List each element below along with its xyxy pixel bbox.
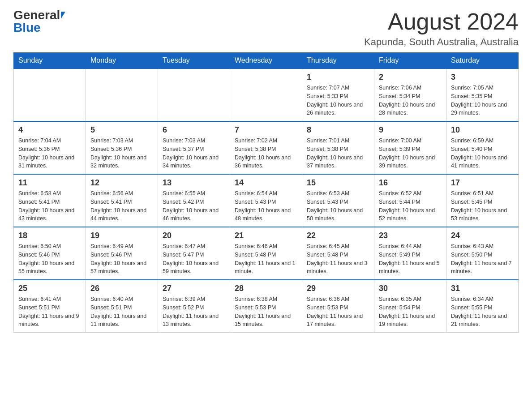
day-number: 4 (18, 125, 81, 135)
day-info: Sunrise: 6:41 AM Sunset: 5:51 PM Dayligh… (18, 295, 81, 329)
day-number: 1 (307, 73, 369, 82)
calendar-cell: 13Sunrise: 6:55 AM Sunset: 5:42 PM Dayli… (158, 174, 230, 227)
day-number: 17 (451, 178, 514, 188)
day-number: 26 (90, 284, 153, 293)
day-number: 18 (18, 231, 81, 240)
day-info: Sunrise: 6:55 AM Sunset: 5:42 PM Dayligh… (163, 189, 225, 223)
calendar-cell (158, 68, 230, 121)
calendar-day-header: Thursday (302, 53, 374, 69)
day-info: Sunrise: 7:02 AM Sunset: 5:38 PM Dayligh… (235, 137, 297, 170)
day-info: Sunrise: 6:39 AM Sunset: 5:52 PM Dayligh… (163, 295, 225, 329)
day-info: Sunrise: 7:03 AM Sunset: 5:36 PM Dayligh… (90, 137, 153, 170)
day-info: Sunrise: 6:54 AM Sunset: 5:43 PM Dayligh… (235, 189, 297, 223)
calendar-cell (86, 68, 158, 121)
calendar-day-header: Sunday (14, 53, 86, 69)
day-number: 27 (163, 284, 225, 293)
day-info: Sunrise: 6:35 AM Sunset: 5:54 PM Dayligh… (379, 295, 442, 329)
page-header: General Blue August 2024 Kapunda, South … (13, 9, 519, 48)
day-info: Sunrise: 6:40 AM Sunset: 5:51 PM Dayligh… (90, 295, 153, 329)
calendar-week-row: 1Sunrise: 7:07 AM Sunset: 5:33 PM Daylig… (14, 68, 519, 121)
logo-general-text: General (13, 9, 60, 21)
title-section: August 2024 Kapunda, South Australia, Au… (364, 9, 519, 48)
day-info: Sunrise: 6:58 AM Sunset: 5:41 PM Dayligh… (18, 189, 81, 223)
calendar-cell: 4Sunrise: 7:04 AM Sunset: 5:36 PM Daylig… (14, 121, 86, 174)
calendar-header-row: SundayMondayTuesdayWednesdayThursdayFrid… (14, 53, 519, 69)
day-info: Sunrise: 7:00 AM Sunset: 5:39 PM Dayligh… (379, 137, 442, 170)
calendar-cell: 9Sunrise: 7:00 AM Sunset: 5:39 PM Daylig… (374, 121, 446, 174)
calendar-cell: 29Sunrise: 6:36 AM Sunset: 5:53 PM Dayli… (302, 280, 374, 333)
day-info: Sunrise: 6:49 AM Sunset: 5:46 PM Dayligh… (90, 242, 153, 276)
day-number: 3 (451, 73, 514, 82)
day-number: 28 (235, 284, 297, 293)
calendar-cell: 28Sunrise: 6:38 AM Sunset: 5:53 PM Dayli… (230, 280, 302, 333)
day-info: Sunrise: 6:56 AM Sunset: 5:41 PM Dayligh… (90, 189, 153, 223)
day-info: Sunrise: 6:59 AM Sunset: 5:40 PM Dayligh… (451, 137, 514, 170)
calendar-cell: 24Sunrise: 6:43 AM Sunset: 5:50 PM Dayli… (446, 227, 519, 280)
day-info: Sunrise: 6:38 AM Sunset: 5:53 PM Dayligh… (235, 295, 297, 329)
day-number: 31 (451, 284, 514, 293)
calendar-cell (14, 68, 86, 121)
month-title: August 2024 (364, 9, 519, 34)
day-number: 30 (379, 284, 442, 293)
day-number: 5 (90, 125, 153, 135)
calendar-cell: 16Sunrise: 6:52 AM Sunset: 5:44 PM Dayli… (374, 174, 446, 227)
calendar-day-header: Tuesday (158, 53, 230, 69)
day-number: 24 (451, 231, 514, 240)
day-info: Sunrise: 6:51 AM Sunset: 5:45 PM Dayligh… (451, 189, 514, 223)
calendar-cell: 27Sunrise: 6:39 AM Sunset: 5:52 PM Dayli… (158, 280, 230, 333)
day-info: Sunrise: 6:45 AM Sunset: 5:48 PM Dayligh… (307, 242, 369, 276)
day-info: Sunrise: 6:44 AM Sunset: 5:49 PM Dayligh… (379, 242, 442, 276)
day-info: Sunrise: 6:43 AM Sunset: 5:50 PM Dayligh… (451, 242, 514, 276)
calendar-cell: 17Sunrise: 6:51 AM Sunset: 5:45 PM Dayli… (446, 174, 519, 227)
calendar-cell: 2Sunrise: 7:06 AM Sunset: 5:34 PM Daylig… (374, 68, 446, 121)
day-info: Sunrise: 6:47 AM Sunset: 5:47 PM Dayligh… (163, 242, 225, 276)
logo: General Blue (13, 9, 65, 34)
calendar-cell (230, 68, 302, 121)
day-number: 6 (163, 125, 225, 135)
day-number: 12 (90, 178, 153, 188)
day-number: 16 (379, 178, 442, 188)
logo-blue-text: Blue (13, 21, 41, 34)
day-number: 23 (379, 231, 442, 240)
day-number: 19 (90, 231, 153, 240)
day-number: 25 (18, 284, 81, 293)
calendar-cell: 23Sunrise: 6:44 AM Sunset: 5:49 PM Dayli… (374, 227, 446, 280)
calendar-cell: 11Sunrise: 6:58 AM Sunset: 5:41 PM Dayli… (14, 174, 86, 227)
calendar-cell: 12Sunrise: 6:56 AM Sunset: 5:41 PM Dayli… (86, 174, 158, 227)
calendar-cell: 7Sunrise: 7:02 AM Sunset: 5:38 PM Daylig… (230, 121, 302, 174)
calendar-cell: 31Sunrise: 6:34 AM Sunset: 5:55 PM Dayli… (446, 280, 519, 333)
calendar-table: SundayMondayTuesdayWednesdayThursdayFrid… (13, 52, 519, 333)
calendar-cell: 6Sunrise: 7:03 AM Sunset: 5:37 PM Daylig… (158, 121, 230, 174)
calendar-cell: 30Sunrise: 6:35 AM Sunset: 5:54 PM Dayli… (374, 280, 446, 333)
calendar-cell: 19Sunrise: 6:49 AM Sunset: 5:46 PM Dayli… (86, 227, 158, 280)
day-info: Sunrise: 7:04 AM Sunset: 5:36 PM Dayligh… (18, 137, 81, 170)
day-number: 20 (163, 231, 225, 240)
calendar-day-header: Monday (86, 53, 158, 69)
calendar-day-header: Saturday (446, 53, 519, 69)
day-number: 29 (307, 284, 369, 293)
day-info: Sunrise: 7:07 AM Sunset: 5:33 PM Dayligh… (307, 84, 369, 117)
calendar-cell: 15Sunrise: 6:53 AM Sunset: 5:43 PM Dayli… (302, 174, 374, 227)
day-number: 7 (235, 125, 297, 135)
day-number: 9 (379, 125, 442, 135)
calendar-cell: 26Sunrise: 6:40 AM Sunset: 5:51 PM Dayli… (86, 280, 158, 333)
calendar-cell: 5Sunrise: 7:03 AM Sunset: 5:36 PM Daylig… (86, 121, 158, 174)
day-info: Sunrise: 7:05 AM Sunset: 5:35 PM Dayligh… (451, 84, 514, 117)
day-info: Sunrise: 7:03 AM Sunset: 5:37 PM Dayligh… (163, 137, 225, 170)
calendar-cell: 3Sunrise: 7:05 AM Sunset: 5:35 PM Daylig… (446, 68, 519, 121)
calendar-week-row: 18Sunrise: 6:50 AM Sunset: 5:46 PM Dayli… (14, 227, 519, 280)
calendar-cell: 1Sunrise: 7:07 AM Sunset: 5:33 PM Daylig… (302, 68, 374, 121)
day-info: Sunrise: 6:52 AM Sunset: 5:44 PM Dayligh… (379, 189, 442, 223)
day-number: 8 (307, 125, 369, 135)
day-number: 13 (163, 178, 225, 188)
calendar-cell: 21Sunrise: 6:46 AM Sunset: 5:48 PM Dayli… (230, 227, 302, 280)
calendar-cell: 18Sunrise: 6:50 AM Sunset: 5:46 PM Dayli… (14, 227, 86, 280)
day-number: 10 (451, 125, 514, 135)
day-info: Sunrise: 6:34 AM Sunset: 5:55 PM Dayligh… (451, 295, 514, 329)
calendar-cell: 22Sunrise: 6:45 AM Sunset: 5:48 PM Dayli… (302, 227, 374, 280)
location-subtitle: Kapunda, South Australia, Australia (364, 36, 519, 48)
calendar-week-row: 4Sunrise: 7:04 AM Sunset: 5:36 PM Daylig… (14, 121, 519, 174)
day-number: 22 (307, 231, 369, 240)
calendar-body: 1Sunrise: 7:07 AM Sunset: 5:33 PM Daylig… (14, 68, 519, 333)
calendar-week-row: 25Sunrise: 6:41 AM Sunset: 5:51 PM Dayli… (14, 280, 519, 333)
